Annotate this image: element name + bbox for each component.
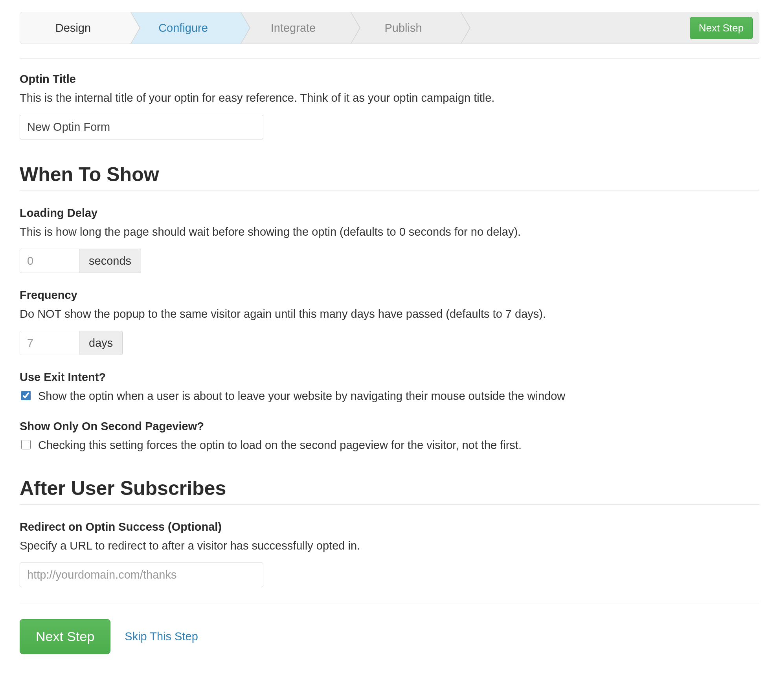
button-label: Next Step xyxy=(36,629,94,644)
wizard-step-label: Publish xyxy=(384,22,422,35)
next-step-button-bottom[interactable]: Next Step xyxy=(20,619,110,654)
divider xyxy=(20,603,759,603)
frequency-input[interactable] xyxy=(20,331,79,355)
wizard-step-label: Configure xyxy=(158,22,208,35)
optin-title-label: Optin Title xyxy=(20,73,759,86)
exit-intent-checkbox-label[interactable]: Show the optin when a user is about to l… xyxy=(38,388,565,404)
redirect-desc: Specify a URL to redirect to after a vis… xyxy=(20,537,759,554)
wizard-steps-bar: Design Configure Integrate Publish Next … xyxy=(20,12,759,44)
divider xyxy=(20,504,759,505)
frequency-label: Frequency xyxy=(20,289,759,302)
loading-delay-input[interactable] xyxy=(20,249,79,273)
skip-step-link[interactable]: Skip This Step xyxy=(125,630,198,643)
after-subscribe-heading: After User Subscribes xyxy=(20,477,759,500)
when-to-show-heading: When To Show xyxy=(20,163,759,186)
second-pageview-label: Show Only On Second Pageview? xyxy=(20,420,759,433)
optin-title-input[interactable] xyxy=(20,115,263,139)
redirect-url-input[interactable] xyxy=(20,563,263,587)
exit-intent-label: Use Exit Intent? xyxy=(20,371,759,384)
redirect-label: Redirect on Optin Success (Optional) xyxy=(20,520,759,533)
loading-delay-desc: This is how long the page should wait be… xyxy=(20,224,759,240)
loading-delay-unit: seconds xyxy=(79,249,141,273)
loading-delay-label: Loading Delay xyxy=(20,207,759,220)
wizard-step-label: Integrate xyxy=(271,22,316,35)
optin-title-desc: This is the internal title of your optin… xyxy=(20,90,759,106)
frequency-desc: Do NOT show the popup to the same visito… xyxy=(20,306,759,322)
second-pageview-checkbox-label[interactable]: Checking this setting forces the optin t… xyxy=(38,437,522,453)
wizard-step-label: Design xyxy=(55,22,91,35)
frequency-unit: days xyxy=(79,331,122,355)
wizard-step-integrate[interactable]: Integrate xyxy=(240,12,350,44)
divider xyxy=(20,191,759,191)
wizard-step-configure[interactable]: Configure xyxy=(130,12,240,44)
button-label: Next Step xyxy=(699,22,744,34)
exit-intent-checkbox[interactable] xyxy=(21,391,31,400)
second-pageview-checkbox[interactable] xyxy=(21,440,31,449)
wizard-step-publish[interactable]: Publish xyxy=(350,12,460,44)
wizard-step-design[interactable]: Design xyxy=(20,12,130,44)
next-step-button-top[interactable]: Next Step xyxy=(690,17,753,39)
divider xyxy=(20,58,759,59)
